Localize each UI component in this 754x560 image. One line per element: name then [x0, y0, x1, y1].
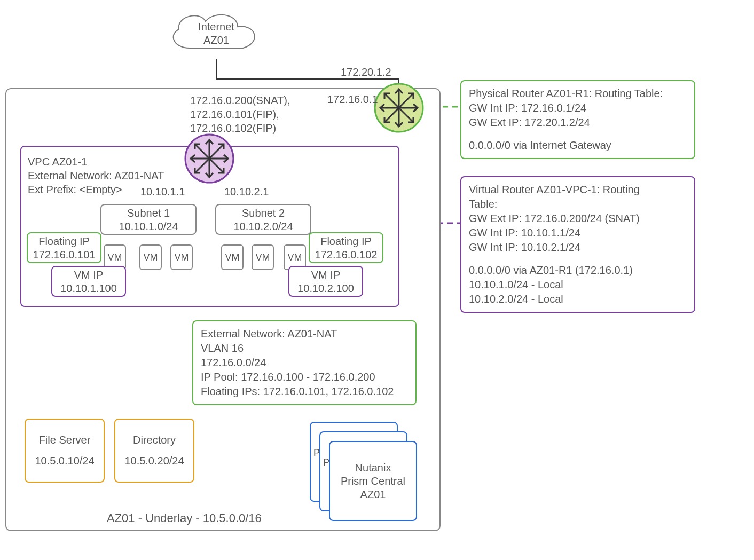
fip1-box: Floating IP 172.16.0.101 — [27, 232, 101, 263]
prism-card-front: Nutanix Prism Central AZ01 — [329, 441, 417, 521]
subnet2-box: Subnet 2 10.10.2.0/24 — [215, 204, 311, 235]
vm-box: VM — [139, 244, 162, 270]
ext-net-box: External Network: AZ01-NAT VLAN 16 172.1… — [192, 320, 417, 405]
vpc-l1: VPC AZ01-1 — [28, 155, 164, 169]
pr-l2: GW Int IP: 172.16.0.1/24 — [469, 101, 687, 115]
fip2-ip: 172.16.0.102 — [310, 248, 382, 262]
file-server-name: File Server — [26, 433, 104, 447]
directory-ip: 10.5.0.20/24 — [115, 454, 193, 468]
extnet-l1: External Network: AZ01-NAT — [201, 327, 408, 341]
cloud-line1: Internet — [182, 20, 251, 34]
prism-l2: Prism Central — [330, 475, 416, 488]
fip2-box: Floating IP 172.16.0.102 — [309, 232, 383, 263]
vr-l2: Table: — [469, 197, 687, 211]
directory-name: Directory — [115, 433, 193, 447]
extnet-l4: IP Pool: 172.16.0.100 - 172.16.0.200 — [201, 370, 408, 384]
phys-router-ext-label: 172.20.1.2 — [341, 66, 391, 78]
subnet1-name: Subnet 1 — [101, 207, 195, 220]
vmip1-ip: 10.10.1.100 — [52, 282, 125, 295]
vrouter-snat-label: 172.16.0.200(SNAT), — [190, 93, 290, 107]
vmip1-title: VM IP — [52, 269, 125, 282]
vmip2-ip: 10.10.2.100 — [289, 282, 362, 295]
fip2-title: Floating IP — [310, 235, 382, 248]
vmip2-title: VM IP — [289, 269, 362, 282]
vm-box: VM — [170, 244, 193, 270]
vrouter-fip1-label: 172.16.0.101(FIP), — [190, 107, 290, 121]
virtual-router-table-box: Virtual Router AZ01-VPC-1: Routing Table… — [460, 176, 695, 313]
vm-box: VM — [221, 244, 244, 270]
vr-l3: GW Ext IP: 172.16.0.200/24 (SNAT) — [469, 211, 687, 226]
vr-l4: GW Int IP: 10.10.1.1/24 — [469, 226, 687, 240]
subnet1-box: Subnet 1 10.10.1.0/24 — [100, 204, 197, 235]
vr-l7: 10.10.1.0/24 - Local — [469, 278, 687, 292]
subnet1-cidr: 10.10.1.0/24 — [101, 220, 195, 233]
prism-l1: Nutanix — [330, 461, 416, 475]
vr-l6: 0.0.0.0/0 via AZ01-R1 (172.16.0.1) — [469, 263, 687, 278]
physical-router-icon — [374, 83, 424, 133]
virtual-router-icon — [184, 133, 234, 184]
cloud-line2: AZ01 — [182, 34, 251, 47]
underlay-label: AZ01 - Underlay - 10.5.0.0/16 — [107, 511, 262, 525]
vmip1-box: VM IP 10.10.1.100 — [51, 266, 126, 297]
directory-box: Directory 10.5.0.20/24 — [114, 419, 194, 483]
phys-router-int-label: 172.16.0.1 — [327, 93, 378, 106]
vmip2-box: VM IP 10.10.2.100 — [288, 266, 363, 297]
extnet-l2: VLAN 16 — [201, 341, 408, 356]
cloud-label: Internet AZ01 — [182, 20, 251, 47]
sub1-gw-label: 10.10.1.1 — [140, 186, 185, 198]
file-server-ip: 10.5.0.10/24 — [26, 454, 104, 468]
vpc-l2: External Network: AZ01-NAT — [28, 169, 164, 183]
fip1-ip: 172.16.0.101 — [28, 248, 100, 262]
extnet-l3: 172.16.0.0/24 — [201, 356, 408, 370]
subnet2-cidr: 10.10.2.0/24 — [216, 220, 310, 233]
file-server-box: File Server 10.5.0.10/24 — [25, 419, 105, 483]
pr-l1: Physical Router AZ01-R1: Routing Table: — [469, 86, 687, 101]
vr-l5: GW Int IP: 10.10.2.1/24 — [469, 240, 687, 255]
pr-l3: GW Ext IP: 172.20.1.2/24 — [469, 115, 687, 130]
phys-router-table-box: Physical Router AZ01-R1: Routing Table: … — [460, 80, 695, 159]
vr-l8: 10.10.2.0/24 - Local — [469, 292, 687, 306]
vrouter-ext-labels: 172.16.0.200(SNAT), 172.16.0.101(FIP), 1… — [190, 93, 290, 135]
vm-box: VM — [252, 244, 274, 270]
extnet-l5: Floating IPs: 172.16.0.101, 172.16.0.102 — [201, 384, 408, 399]
subnet2-name: Subnet 2 — [216, 207, 310, 220]
vr-l1: Virtual Router AZ01-VPC-1: Routing — [469, 183, 687, 197]
sub2-gw-label: 10.10.2.1 — [224, 186, 269, 198]
pr-l4: 0.0.0.0/0 via Internet Gateway — [469, 138, 687, 153]
fip1-title: Floating IP — [28, 235, 100, 248]
prism-l3: AZ01 — [330, 488, 416, 501]
